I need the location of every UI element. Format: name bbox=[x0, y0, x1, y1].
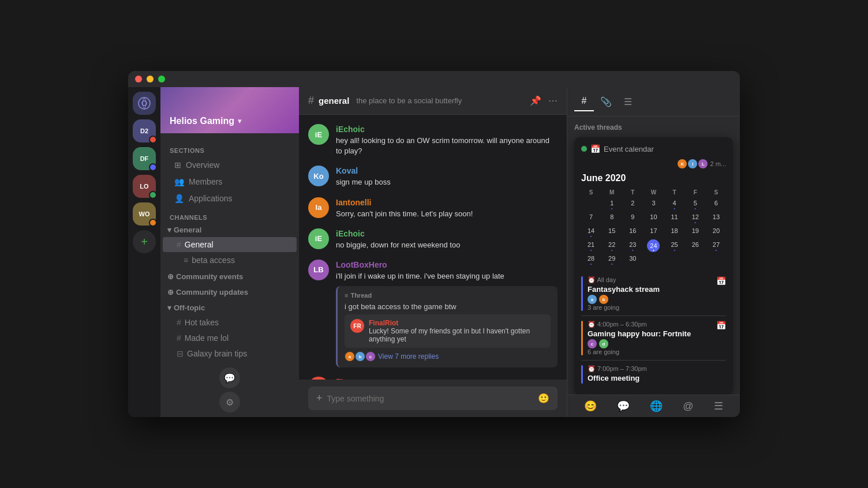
thread-reply-author: FinalRiot bbox=[369, 319, 398, 327]
thread-box: ≡ Thread i got beta access to the game b… bbox=[336, 286, 558, 367]
cal-day-17[interactable]: 17 bbox=[643, 226, 663, 238]
cal-day-10[interactable]: 10 bbox=[643, 212, 663, 224]
event-3-title: Office meeting bbox=[588, 374, 726, 382]
maximize-button[interactable] bbox=[158, 76, 165, 82]
cal-day-11[interactable]: 11 bbox=[665, 212, 684, 224]
thread-view-more[interactable]: a b c View 7 more replies bbox=[345, 351, 551, 362]
message-2-text: sign me up boss bbox=[336, 177, 558, 187]
channel-hot-takes[interactable]: # Hot takes bbox=[163, 315, 297, 330]
channel-hash-icon: # bbox=[308, 95, 314, 107]
cal-day-26[interactable]: 26 bbox=[686, 239, 705, 252]
app-window: D2 DF LO WO + Helios Gaming ▾ bbox=[128, 71, 740, 417]
cal-day-21[interactable]: 21 bbox=[581, 239, 601, 252]
message-3-content: Iantonelli Sorry, can't join this time. … bbox=[336, 197, 558, 219]
mention-icon[interactable]: @ bbox=[683, 400, 693, 412]
cal-day-16[interactable]: 16 bbox=[623, 226, 642, 238]
tab-members[interactable]: ☰ bbox=[618, 92, 638, 111]
sidebar-chat-icon[interactable]: 💬 bbox=[219, 367, 240, 388]
cal-day-2[interactable]: 2 bbox=[623, 198, 642, 211]
channel-list: Sections ⊞ Overview 👥 Members 👤 Applicat… bbox=[160, 133, 299, 363]
server-icon-df[interactable]: DF bbox=[133, 147, 156, 170]
add-attachment-button[interactable]: + bbox=[316, 392, 323, 404]
cal-day-8[interactable]: 8 bbox=[602, 212, 622, 224]
channel-group-community-events: ⊕ Community events bbox=[160, 270, 299, 283]
sidebar-settings-icon[interactable]: ⚙ bbox=[219, 392, 240, 412]
overview-icon: ⊞ bbox=[174, 160, 181, 170]
message-5-content: LootBoxHero i'll join if i wake up in ti… bbox=[336, 260, 558, 367]
chat-input[interactable] bbox=[327, 394, 533, 403]
cal-day-12[interactable]: 12 bbox=[686, 212, 705, 224]
cal-day-25[interactable]: 25 bbox=[665, 239, 684, 252]
event-1-add-icon[interactable]: 📅 bbox=[716, 276, 726, 286]
cal-day-9[interactable]: 9 bbox=[623, 212, 642, 224]
section-applications[interactable]: 👤 Applications bbox=[165, 190, 294, 207]
cal-day-19[interactable]: 19 bbox=[686, 226, 705, 238]
active-threads-label: Active threads bbox=[574, 123, 733, 132]
server-icon-main[interactable] bbox=[133, 92, 156, 115]
cal-day-15[interactable]: 15 bbox=[602, 226, 622, 238]
cal-day-23[interactable]: 23 bbox=[623, 239, 642, 252]
cal-day-13[interactable]: 13 bbox=[706, 212, 726, 224]
cal-day-3[interactable]: 3 bbox=[643, 198, 663, 211]
pin-icon[interactable]: 📌 bbox=[530, 95, 541, 106]
globe-icon[interactable]: 🌐 bbox=[650, 400, 663, 412]
emoji-picker-button[interactable]: 🙂 bbox=[538, 393, 549, 404]
channel-group-general-header[interactable]: ▾ General bbox=[163, 223, 297, 237]
cal-day-6[interactable]: 6 bbox=[706, 198, 726, 211]
chevron-down-icon-2: ▾ bbox=[167, 303, 171, 312]
message-1-text: hey all! looking to do an OW scrim tomor… bbox=[336, 136, 558, 156]
close-button[interactable] bbox=[135, 76, 142, 82]
cal-day-24-today[interactable]: 24 bbox=[647, 239, 660, 252]
channel-group-events-header[interactable]: ⊕ Community events bbox=[163, 270, 297, 283]
event-2-info: ⏰ 4:00pm – 6:30pm Gaming happy hour: For… bbox=[588, 321, 712, 355]
channel-description: the place to be a social butterfly bbox=[356, 96, 462, 105]
server-icon-lo[interactable]: LO bbox=[133, 175, 156, 198]
section-overview[interactable]: ⊞ Overview bbox=[165, 157, 294, 173]
channel-group-offtopic: ▾ Off-topic # Hot takes # Made me lol ⊟ … bbox=[160, 301, 299, 361]
event-2-add-icon[interactable]: 📅 bbox=[716, 321, 726, 330]
tab-hash[interactable]: # bbox=[574, 92, 594, 111]
channel-beta-access[interactable]: ≡ beta access bbox=[163, 253, 297, 268]
channel-made-me-lol[interactable]: # Made me lol bbox=[163, 331, 297, 346]
cal-day-27[interactable]: 27 bbox=[706, 239, 726, 252]
cal-day-22[interactable]: 22 bbox=[602, 239, 622, 252]
cal-day-4[interactable]: 4 bbox=[665, 198, 684, 211]
cal-day-28[interactable]: 28 bbox=[581, 253, 601, 266]
minimize-button[interactable] bbox=[147, 76, 154, 82]
more-icon[interactable]: ⋯ bbox=[548, 95, 558, 106]
tab-attachments[interactable]: 📎 bbox=[596, 92, 616, 111]
right-panel: # 📎 ☰ Active threads 📅 Event calendar bbox=[567, 87, 740, 417]
cal-day-30[interactable]: 30 bbox=[623, 253, 642, 266]
cal-avatar-2: I bbox=[688, 159, 697, 168]
message-4-content: iEchoic no biggie, down for next weekend… bbox=[336, 228, 558, 250]
cal-day-18[interactable]: 18 bbox=[665, 226, 684, 238]
server-icon-d2[interactable]: D2 bbox=[133, 119, 156, 142]
table-icon: ⊟ bbox=[177, 349, 184, 358]
menu-icon[interactable]: ☰ bbox=[714, 400, 723, 412]
cal-avatar-1: K bbox=[678, 159, 687, 168]
speech-icon[interactable]: 💬 bbox=[617, 400, 630, 412]
cal-day-1[interactable]: 1 bbox=[602, 198, 622, 211]
section-members[interactable]: 👥 Members bbox=[165, 174, 294, 190]
add-server-button[interactable]: + bbox=[133, 230, 156, 253]
channel-general[interactable]: # General bbox=[163, 237, 297, 252]
channel-group-offtopic-header[interactable]: ▾ Off-topic bbox=[163, 301, 297, 314]
cal-day-29[interactable]: 29 bbox=[602, 253, 622, 266]
cal-day-5[interactable]: 5 bbox=[686, 198, 705, 211]
server-name[interactable]: Helios Gaming ▾ bbox=[170, 116, 241, 126]
chat-input-box: + 🙂 bbox=[308, 386, 558, 410]
thread-reply-avatar: FR bbox=[350, 319, 364, 333]
server-badge-wo bbox=[149, 219, 157, 227]
thread-reply-text: Lucky! Some of my friends got in but I h… bbox=[369, 327, 545, 343]
server-badge-d2 bbox=[149, 136, 157, 144]
channel-galaxy-brain[interactable]: ⊟ Galaxy brain tips bbox=[163, 346, 297, 361]
event-3-info: ⏰ 7:00pm – 7:30pm Office meeting bbox=[588, 365, 726, 384]
cal-day-14[interactable]: 14 bbox=[581, 226, 601, 238]
channel-group-updates-header[interactable]: ⊕ Community updates bbox=[163, 286, 297, 299]
cal-day-20[interactable]: 20 bbox=[706, 226, 726, 238]
server-icon-wo[interactable]: WO bbox=[133, 202, 156, 226]
avatar-iechoic-2: iE bbox=[308, 228, 329, 249]
event-2-attendees: c d 6 are going bbox=[588, 339, 712, 355]
cal-day-7[interactable]: 7 bbox=[581, 212, 601, 224]
emoji-icon[interactable]: 😊 bbox=[584, 400, 597, 412]
